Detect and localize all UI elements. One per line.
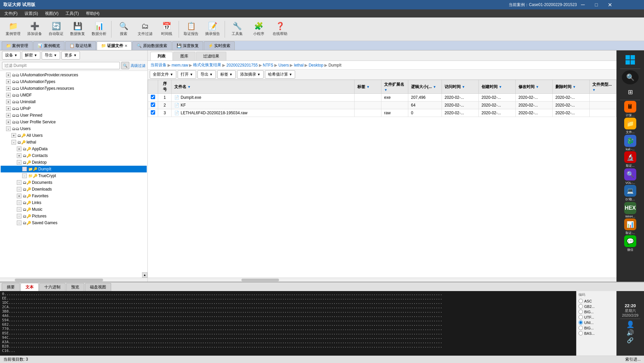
table-row[interactable]: 1 📄DumpIt.exe exe 207,496 2020-02-... 20… (148, 94, 616, 102)
col-name[interactable]: 文件名 ▼ (172, 80, 355, 94)
maximize-btn[interactable]: □ (590, 0, 603, 9)
enc-gb2[interactable]: GB2... (579, 304, 614, 309)
menu-tools[interactable]: 工具(T) (63, 10, 81, 17)
menu-help[interactable]: 帮助(H) (83, 10, 102, 17)
sidebar-app-d-drive[interactable]: 💻 D:\取... (618, 185, 642, 202)
enc-big2[interactable]: BIG... (579, 326, 614, 330)
volume-icon[interactable]: 🔊 (627, 329, 634, 336)
list-item-dumpit[interactable]: · 📁🔑 DumpIt (1, 166, 147, 172)
sidebar-app-vol[interactable]: 🔍 VOL-... (618, 168, 642, 185)
list-item-appdata[interactable]: + 🗂🔑 AppData (1, 146, 147, 152)
enc-bas[interactable]: BAS... (579, 331, 614, 335)
sidebar-app-calculator[interactable]: 🖩 计算... (618, 101, 642, 118)
search-input[interactable] (2, 62, 120, 69)
sidebar-app-kali[interactable]: 🐉 kali -... (618, 134, 642, 151)
col-created[interactable]: 创建时间 ▼ (479, 80, 516, 94)
list-item-truecrypt[interactable]: · 📁🔑 TrueCrypt (1, 172, 147, 179)
tool-timeline[interactable]: 📅时间线 (156, 19, 177, 39)
tool-auto-forensic[interactable]: 🔄自动取证 (46, 19, 66, 39)
advanced-filter-btn[interactable]: 高级过滤 (131, 63, 145, 68)
menu-file[interactable]: 文件(F) (2, 10, 20, 17)
list-item-saved-games[interactable]: · 🗂🔑 Saved Games (1, 219, 147, 226)
bottom-tab-hex[interactable]: 十六进制 (39, 283, 65, 291)
col-num[interactable]: 序号 (158, 80, 172, 94)
col-modified[interactable]: 修改时间 ▼ (516, 80, 553, 94)
more-dropdown[interactable]: 更多 ▼ (61, 51, 80, 59)
list-item-all-users[interactable]: + 🗂🔑 All Users (1, 132, 147, 139)
user-icon[interactable]: 👤 (626, 320, 635, 328)
list-item-documents[interactable]: · 🗂🔑 Documents (1, 179, 147, 186)
device-dropdown[interactable]: 设备 ▼ (2, 51, 20, 59)
menu-view[interactable]: 视图(V) (42, 10, 61, 17)
tab-realtime-search[interactable]: ⚡ 实时搜索 (204, 41, 235, 50)
close-btn[interactable]: ✕ (603, 0, 616, 9)
add-excerpt-dropdown[interactable]: 添加摘录 ▼ (237, 70, 264, 79)
sidebar-app-files[interactable]: 📁 文件... (618, 118, 642, 134)
col-check[interactable] (148, 80, 158, 94)
open-dropdown[interactable]: 打开 ▼ (178, 70, 196, 79)
list-item[interactable]: + 🗂🗂 UPnP (1, 105, 147, 112)
tool-online-help[interactable]: ❓在线帮助 (270, 19, 290, 39)
list-item[interactable]: + 🗂🗂 UIAutomationTypes (1, 78, 147, 85)
view-tab-gallery[interactable]: 图库 (173, 52, 195, 61)
tool-excerpt-report[interactable]: 📝摘录报告 (202, 19, 223, 39)
bottom-tab-summary[interactable]: 摘要 (2, 283, 20, 291)
tab-evidence-close[interactable]: ✕ (125, 44, 127, 48)
link-icon[interactable]: 🔗 (627, 337, 634, 344)
table-row[interactable]: 3 📄LETHAL6F4D-20200218-195034.raw raw 0 … (148, 109, 616, 117)
sidebar-app-wechat[interactable]: 💬 微信 (618, 235, 642, 252)
tool-search[interactable]: 🔍搜索 (113, 19, 134, 39)
hash-calc-dropdown[interactable]: 哈希值计算 ▼ (265, 70, 295, 79)
label-dropdown[interactable]: 标签 ▼ (217, 70, 236, 79)
list-item-lethal[interactable]: - 🗂🔑 lethal (1, 139, 147, 146)
tool-file-filter[interactable]: 🗂文件过滤 (135, 19, 155, 39)
sidebar-app-forensic1[interactable]: 🔬 取证... (618, 151, 642, 168)
col-ext[interactable]: 文件扩展名 ▼ (381, 80, 408, 94)
list-item[interactable]: + 🗂🗂 Uninstall (1, 98, 147, 105)
minimize-btn[interactable]: ─ (576, 0, 590, 9)
list-item-pictures[interactable]: · 🗂🔑 Pictures (1, 213, 147, 219)
tab-deep-recovery[interactable]: 💾 深度恢复 (172, 41, 203, 50)
list-item-users[interactable]: - 🗂🗂 Users (1, 125, 147, 132)
search-button[interactable]: 🔍 (121, 62, 129, 69)
windows-search-btn[interactable]: 🔍 (622, 70, 639, 84)
task-view-btn[interactable]: ⊞ (622, 85, 639, 99)
tab-forensic-result[interactable]: 📋 取证结果 (65, 41, 96, 50)
menu-settings[interactable]: 设置(S) (22, 10, 41, 17)
view-tab-list[interactable]: 列表 (150, 52, 173, 61)
table-row[interactable]: 2 📄KF 64 2020-02-... 2020-02-... 2020-02… (148, 102, 616, 109)
bottom-tab-preview[interactable]: 预览 (66, 283, 84, 291)
list-item-user-profile-service[interactable]: + 🗂🗂 User Profile Service (1, 119, 147, 125)
list-item-links[interactable]: · 🗂🔑 Links (1, 199, 147, 206)
list-item-music[interactable]: · 🗂🔑 Music (1, 206, 147, 213)
sidebar-app-winh[interactable]: HEX WinH... (618, 202, 642, 218)
tab-evidence-file[interactable]: 📁 证据文件 ✕ (97, 41, 132, 50)
col-size[interactable]: 逻辑大小(... ▼ (408, 80, 442, 94)
col-type[interactable]: 文件类型... ▼ (590, 80, 616, 94)
enc-utf[interactable]: UTF... (579, 315, 614, 319)
list-item-downloads[interactable]: · 🗂🔑 Downloads (1, 186, 147, 193)
tool-forensic-report[interactable]: 📋取证报告 (181, 19, 201, 39)
col-deleted[interactable]: 删除时间 ▼ (553, 80, 590, 94)
tool-case-manage[interactable]: 📁案例管理 (3, 19, 24, 39)
enc-uni[interactable]: UNI... (579, 320, 614, 325)
windows-logo[interactable] (624, 53, 637, 67)
list-item-contacts[interactable]: + 🗂🔑 Contacts (1, 152, 147, 159)
tree-scrollbar-up[interactable]: ▲ (142, 272, 147, 278)
list-item-favorites[interactable]: + 🗂🔑 Favorites (1, 193, 147, 199)
col-access[interactable]: 访问时间 ▼ (442, 80, 479, 94)
tab-case-manage[interactable]: 📁 案例管理 (2, 41, 33, 50)
list-item[interactable]: + 🗂🗂 User Pinned (1, 112, 147, 119)
tool-mini-app[interactable]: 🧩小程序 (248, 19, 269, 39)
list-item-desktop[interactable]: - 🗂🔑 Desktop (1, 159, 147, 166)
export-dropdown[interactable]: 导出 ▼ (42, 51, 60, 59)
tab-raw-search[interactable]: 🔍 原始数据搜索 (132, 41, 171, 50)
enc-big1[interactable]: BIG... (579, 310, 614, 314)
view-tab-filter-result[interactable]: 过滤结果 (196, 52, 226, 61)
tool-toolset[interactable]: 🔧工具集 (227, 19, 247, 39)
tool-data-analysis[interactable]: 📊数据分析 (89, 19, 109, 39)
tab-case-overview[interactable]: 📊 案例概览 (33, 41, 64, 50)
bottom-tab-disk-view[interactable]: 磁盘视图 (85, 283, 111, 291)
decode-dropdown[interactable]: 解密 ▼ (22, 51, 40, 59)
sidebar-app-forensic2[interactable]: 📊 取证-... (618, 218, 642, 235)
